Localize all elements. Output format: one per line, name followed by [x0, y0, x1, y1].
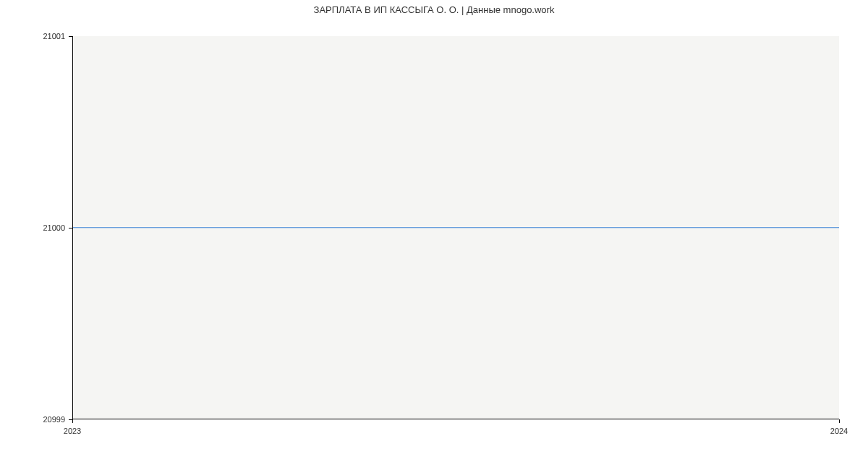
x-tick-label: 2024	[830, 427, 848, 435]
y-tick-mark	[69, 228, 72, 228]
x-tick-mark	[839, 419, 840, 423]
x-tick-mark	[72, 419, 73, 423]
x-tick-label: 2023	[64, 427, 81, 435]
y-tick-mark	[69, 36, 72, 37]
y-tick-label: 21001	[29, 32, 72, 40]
data-line	[73, 227, 839, 228]
y-tick-label: 20999	[29, 415, 72, 424]
chart-container: 21001 21000 20999 2023 2024	[29, 23, 839, 441]
y-tick-label: 21000	[29, 223, 72, 232]
y-axis: 21001 21000 20999	[29, 36, 72, 419]
x-axis: 2023 2024	[72, 419, 839, 441]
plot-area	[72, 36, 839, 419]
chart-title: ЗАРПЛАТА В ИП КАССЫГА О. О. | Данные mno…	[0, 0, 868, 20]
